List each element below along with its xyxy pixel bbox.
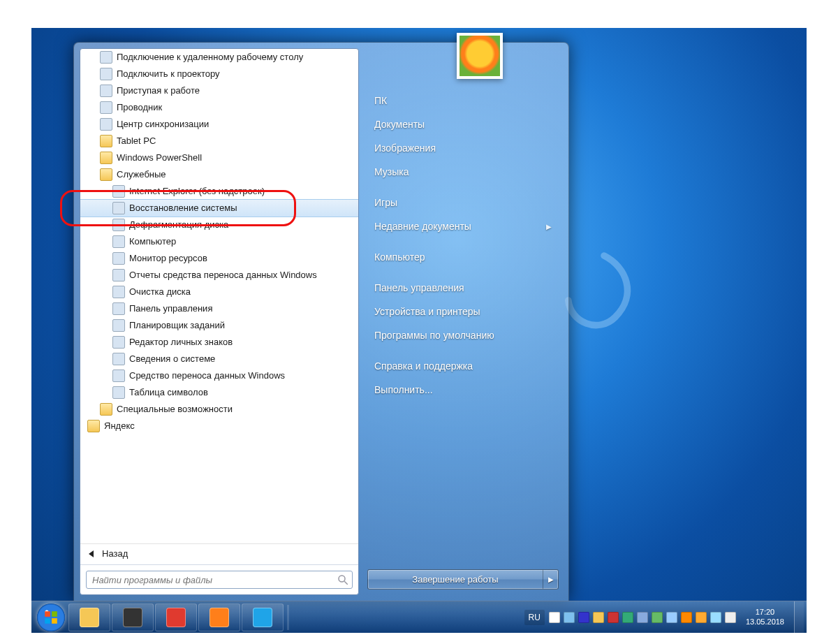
program-item-system-restore-icon[interactable]: Восстановление системы (80, 199, 358, 217)
defrag-icon (112, 219, 125, 231)
program-item-ie-icon[interactable]: Internet Explorer (без надстроек) (80, 183, 358, 200)
search-box[interactable] (86, 571, 353, 589)
start-button[interactable] (34, 601, 68, 634)
right-item-run[interactable]: Выполнить... (367, 378, 559, 402)
program-item-folder-icon[interactable]: Яндекс (80, 418, 358, 434)
java-icon[interactable] (608, 612, 619, 623)
shield-icon[interactable] (681, 612, 692, 623)
program-item-sync-center-icon[interactable]: Центр синхронизации (80, 116, 358, 133)
rdp-icon (100, 51, 112, 64)
program-item-private-char-editor-icon[interactable]: Редактор личных знаков (80, 334, 358, 351)
right-item-label: Документы (374, 119, 425, 130)
right-panel-spacer (367, 184, 559, 191)
right-item-games[interactable]: Игры (367, 191, 559, 214)
program-item-getting-started-icon[interactable]: Приступая к работе (80, 82, 358, 99)
program-item-folder-icon[interactable]: Tablet PC (80, 133, 358, 149)
right-item-label: Недавние документы (374, 221, 471, 232)
program-item-folder-icon[interactable]: Специальные возможности (80, 401, 358, 418)
program-item-label: Планировщик заданий (129, 320, 225, 331)
program-item-explorer-icon[interactable]: Проводник (80, 99, 358, 116)
skype-tray-icon[interactable] (578, 612, 589, 623)
taskbar-app-explorer[interactable] (68, 603, 110, 631)
right-panel-spacer (367, 269, 559, 276)
right-item-devices-printers[interactable]: Устройства и принтеры (367, 300, 559, 323)
search-input[interactable] (92, 575, 337, 585)
taskbar-pinned-apps (68, 603, 284, 631)
chart-icon[interactable] (637, 612, 648, 623)
search-row (80, 564, 358, 594)
program-item-system-info-icon[interactable]: Сведения о системе (80, 351, 358, 367)
start-menu-right-panel: ПКДокументыИзображенияМузыкаИгрыНедавние… (363, 48, 563, 595)
program-item-disk-cleanup-icon[interactable]: Очистка диска (80, 284, 358, 300)
right-item-label: ПК (374, 95, 387, 106)
taskbar-app-panda-app[interactable] (112, 603, 154, 631)
av-icon[interactable] (696, 612, 707, 623)
right-item-label: Справка и поддержка (374, 360, 473, 372)
disk-cleanup-icon (112, 286, 125, 298)
right-item-documents[interactable]: Документы (367, 112, 559, 136)
control-panel-icon (112, 302, 125, 315)
right-item-computer[interactable]: Компьютер (367, 245, 559, 269)
right-item-music[interactable]: Музыка (367, 160, 559, 184)
program-item-resource-monitor-icon[interactable]: Монитор ресурсов (80, 250, 358, 267)
headset-icon[interactable] (564, 612, 575, 623)
svg-rect-5 (52, 618, 57, 624)
user-account-picture[interactable] (457, 33, 503, 79)
program-item-rdp-icon[interactable]: Подключение к удаленному рабочему столу (80, 49, 358, 66)
program-item-folder-icon[interactable]: Служебные (80, 166, 358, 183)
clock-date: 13.05.2018 (746, 617, 784, 627)
floppy-icon[interactable] (622, 612, 633, 623)
flag-icon[interactable] (593, 612, 604, 623)
all-programs-list[interactable]: Подключение к удаленному рабочему столуП… (80, 49, 358, 543)
show-hidden-icon[interactable] (549, 612, 560, 623)
folder-icon (100, 152, 112, 164)
right-item-label: Изображения (374, 142, 436, 154)
network-wifi-icon[interactable] (710, 612, 721, 623)
taskbar-clock[interactable]: 17:20 13.05.2018 (740, 608, 790, 626)
shutdown-split-button[interactable]: ▶ (543, 570, 558, 589)
shutdown-button[interactable]: Завершение работы ▶ (367, 569, 559, 590)
right-item-recent-documents[interactable]: Недавние документы▶ (367, 214, 559, 238)
svg-line-1 (344, 581, 348, 585)
program-item-task-scheduler-icon[interactable]: Планировщик заданий (80, 317, 358, 334)
search-icon (337, 573, 349, 586)
program-item-label: Компьютер (129, 236, 176, 247)
computer-icon (112, 235, 125, 248)
opera-icon (166, 608, 186, 627)
taskbar-app-firefox[interactable] (198, 603, 240, 631)
flower-avatar-icon (460, 36, 500, 76)
program-item-defrag-icon[interactable]: Дефрагментация диска (80, 217, 358, 233)
screenshot-stage: Подключение к удаленному рабочему столуП… (31, 28, 807, 633)
volume-icon[interactable] (725, 612, 736, 623)
program-item-projector-icon[interactable]: Подключить к проектору (80, 66, 358, 82)
program-item-folder-icon[interactable]: Windows PowerShell (80, 149, 358, 166)
right-item-help-support[interactable]: Справка и поддержка (367, 354, 559, 378)
system-tray: RU 17:20 13.05.2018 (524, 601, 804, 633)
program-item-label: Панель управления (129, 303, 212, 314)
right-panel-spacer (367, 347, 559, 354)
right-item-control-panel[interactable]: Панель управления (367, 276, 559, 300)
program-item-easy-transfer-icon[interactable]: Средство переноса данных Windows (80, 367, 358, 384)
program-item-label: Проводник (117, 102, 162, 113)
right-item-label: Панель управления (374, 282, 464, 293)
taskbar-app-skype[interactable] (242, 603, 284, 631)
language-indicator[interactable]: RU (524, 610, 545, 625)
monitor-icon[interactable] (666, 612, 677, 623)
program-item-label: Очистка диска (129, 286, 191, 298)
show-desktop-button[interactable] (794, 601, 804, 634)
back-button[interactable]: Назад (80, 543, 358, 564)
program-item-label: Восстановление системы (129, 203, 237, 214)
taskbar-app-opera[interactable] (155, 603, 197, 631)
back-arrow-icon (89, 550, 94, 557)
right-item-user-folder[interactable]: ПК (367, 89, 559, 112)
frame-left (0, 0, 31, 644)
program-item-charmap-icon[interactable]: Таблица символов (80, 384, 358, 401)
program-item-control-panel-icon[interactable]: Панель управления (80, 300, 358, 317)
right-item-default-programs[interactable]: Программы по умолчанию (367, 323, 559, 347)
right-item-pictures[interactable]: Изображения (367, 136, 559, 160)
explorer-icon (100, 101, 112, 114)
program-item-easy-transfer-reports-icon[interactable]: Отчеты средства переноса данных Windows (80, 267, 358, 284)
signal-icon[interactable] (652, 612, 663, 623)
svg-rect-2 (45, 611, 50, 617)
program-item-computer-icon[interactable]: Компьютер (80, 233, 358, 250)
